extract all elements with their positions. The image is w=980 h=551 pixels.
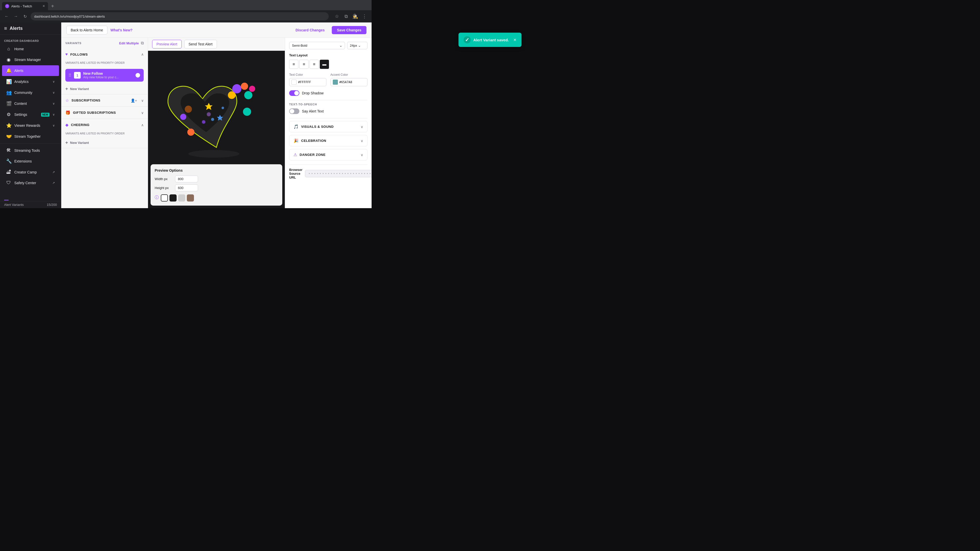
community-chevron-icon: ∨ (52, 91, 55, 94)
height-input[interactable] (175, 184, 198, 191)
sidebar-item-analytics[interactable]: 📊 Analytics ∨ (2, 76, 59, 87)
visuals-sound-header[interactable]: 🎵 VISUALS & SOUND ∨ (290, 121, 367, 132)
accent-color-swatch (333, 79, 338, 85)
browser-chrome: T Alerts - Twitch × + ← → ↻ dashboard.tw… (0, 0, 372, 22)
tab-title: Alerts - Twitch (11, 4, 32, 8)
gifted-subscriptions-section-header[interactable]: 🎁 GIFTED SUBSCRIPTIONS ∨ (61, 106, 148, 119)
safety-center-icon: 🛡 (6, 180, 11, 186)
avatar-6 (185, 106, 192, 113)
send-test-alert-button[interactable]: Send Test Alert (184, 40, 217, 48)
sidebar-item-alerts[interactable]: 🔔 Alerts (2, 65, 59, 76)
variant-toggle[interactable] (130, 73, 141, 78)
topbar: Back to Alerts Home What's New? Discard … (61, 22, 372, 38)
active-tab[interactable]: T Alerts - Twitch × (2, 2, 48, 10)
whats-new-button[interactable]: What's New? (110, 28, 133, 32)
celebration-header[interactable]: 🎉 CELEBRATION ∨ (290, 135, 367, 146)
visuals-sound-section: 🎵 VISUALS & SOUND ∨ (289, 121, 368, 132)
avatar-3 (241, 83, 248, 90)
swatch-brown[interactable] (187, 194, 194, 202)
address-bar: ← → ↻ dashboard.twitch.tv/u/moodjoy071/s… (0, 10, 372, 22)
sidebar-item-streaming-tools[interactable]: 🛠 Streaming Tools (2, 145, 59, 156)
align-right-button[interactable]: ≡ (310, 60, 319, 69)
add-icon: + (65, 140, 68, 145)
variants-header: VARIANTS Edit Multiple ⧉ (61, 38, 148, 48)
browser-source-row: Browser Source URL •••••••••••••••••••••… (289, 168, 368, 179)
copy-variant-button[interactable]: ⧉ (141, 41, 144, 45)
discard-changes-button[interactable]: Discard Changes (291, 26, 329, 34)
right-panel: Semi-Bold ⌄ 24px ⌄ Text Layout ≡ ≡ ≡ ▬ (285, 38, 372, 208)
follows-variant-1[interactable]: ⠿ 1 New Follow Any new follow to your c.… (65, 69, 144, 82)
variant-drag-handle[interactable]: ⠿ (68, 73, 72, 78)
align-left-button[interactable]: ≡ (289, 60, 298, 69)
cheering-section-header[interactable]: ◆ CHEERING ∧ (61, 119, 148, 131)
alert-variants-count: 15/200 (47, 203, 57, 206)
analytics-chevron-icon: ∨ (52, 80, 55, 83)
incognito-indicator: 🕵 (351, 12, 360, 21)
cheering-add-variant-button[interactable]: + New Variant (61, 138, 148, 148)
sidebar-item-label: Community (14, 91, 49, 95)
font-select[interactable]: Semi-Bold ⌄ (289, 42, 345, 49)
visuals-sound-chevron-icon: ∨ (361, 125, 363, 129)
analytics-icon: 📊 (6, 79, 11, 84)
swatch-black[interactable] (169, 194, 177, 202)
sidebar-item-settings[interactable]: ⚙ Settings NEW ∨ (2, 109, 59, 120)
subscriptions-section-header[interactable]: ☆ SUBSCRIPTIONS 👤+ ∨ (61, 94, 148, 106)
sidebar-item-label: Settings (14, 113, 38, 117)
back-nav-button[interactable]: ← (3, 13, 10, 20)
accent-color-hex: #65A7A8 (339, 80, 352, 84)
font-select-chevron: ⌄ (339, 44, 342, 48)
sidebar-item-viewer-rewards[interactable]: ⭐ Viewer Rewards ∨ (2, 120, 59, 131)
text-color-input[interactable]: #FFFFFF (289, 78, 326, 86)
sidebar-item-home[interactable]: ⌂ Home (2, 44, 59, 54)
sidebar-item-content[interactable]: 🎬 Content ∨ (2, 98, 59, 109)
danger-zone-header[interactable]: ⚠ DANGER ZONE ∨ (290, 149, 367, 160)
split-screen-button[interactable]: ⧉ (342, 12, 350, 21)
variant-description: Any new follow to your c... (83, 76, 128, 79)
alert-variants-bar: Alert Variants 15/200 (0, 201, 61, 208)
sidebar-item-stream-together[interactable]: 🤝 Stream Together (2, 131, 59, 142)
accent-color-label: Accent Color (331, 73, 368, 76)
width-input[interactable] (175, 176, 198, 183)
text-color-hex: #FFFFFF (298, 80, 311, 84)
address-actions: ☆ ⧉ 🕵 ⋮ (333, 12, 369, 21)
save-changes-button[interactable]: Save Changes (332, 26, 366, 34)
sidebar-item-stream-manager[interactable]: ◉ Stream Manager (2, 54, 59, 65)
avatar-8 (243, 108, 251, 116)
follows-variant-toggle[interactable] (130, 73, 141, 78)
hamburger-button[interactable]: ≡ (4, 25, 7, 32)
accent-color-input[interactable]: #65A7A8 (331, 78, 368, 86)
edit-multiple-button[interactable]: Edit Multiple (119, 41, 139, 45)
swatch-white[interactable] (161, 194, 168, 202)
swatch-gray[interactable] (178, 194, 185, 202)
sidebar-item-creator-camp[interactable]: 🏕 Creator Camp ↗ (2, 167, 59, 177)
follows-section-header[interactable]: ♥ FOLLOWS ∧ (61, 48, 148, 60)
url-bar[interactable]: dashboard.twitch.tv/u/moodjoy071/stream-… (30, 12, 329, 21)
sidebar-item-extensions[interactable]: 🔧 Extensions (2, 156, 59, 167)
refresh-nav-button[interactable]: ↻ (21, 13, 29, 20)
subscriptions-expand-icon: ∨ (141, 98, 144, 103)
drop-shadow-toggle[interactable] (289, 90, 299, 96)
font-size-select[interactable]: 24px ⌄ (347, 42, 368, 49)
sidebar-item-label: Analytics (14, 79, 49, 84)
follows-add-variant-button[interactable]: + New Variant (61, 84, 148, 94)
back-to-alerts-home-button[interactable]: Back to Alerts Home (66, 26, 107, 35)
sidebar-item-community[interactable]: 👥 Community ∨ (2, 87, 59, 98)
sidebar-item-safety-center[interactable]: 🛡 Safety Center ↗ (2, 178, 59, 188)
danger-zone-icon: ⚠ (293, 152, 297, 157)
cheering-icon: ◆ (65, 122, 68, 127)
align-justify-button[interactable]: ▬ (320, 60, 329, 69)
menu-button[interactable]: ⋮ (360, 12, 369, 21)
new-tab-button[interactable]: + (48, 2, 57, 10)
preview-alert-button[interactable]: Preview Alert (152, 40, 182, 48)
extensions-icon: 🔧 (6, 159, 11, 164)
bookmark-button[interactable]: ☆ (333, 12, 341, 21)
tab-close-button[interactable]: × (43, 4, 45, 8)
say-alert-row: Say Alert Text (289, 108, 368, 114)
height-field: Height px (155, 184, 278, 191)
say-alert-toggle[interactable] (289, 108, 299, 114)
follower-blob-1 (207, 112, 211, 116)
safety-center-external-icon: ↗ (52, 181, 55, 185)
forward-nav-button[interactable]: → (12, 13, 19, 20)
align-center-button[interactable]: ≡ (299, 60, 309, 69)
gifted-subscriptions-icon: 🎁 (65, 110, 70, 115)
